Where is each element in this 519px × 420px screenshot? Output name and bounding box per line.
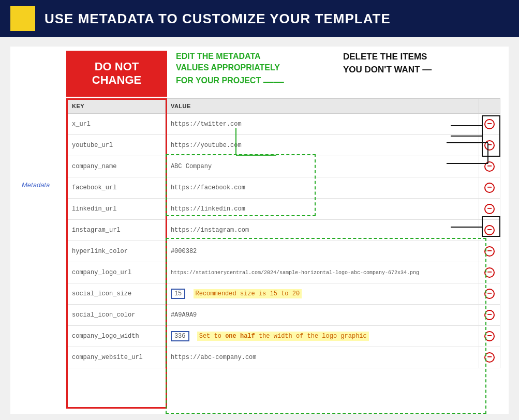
- key-cell: company_name: [67, 156, 166, 177]
- table-row: youtube_url https://youtube.com −: [67, 135, 500, 156]
- key-cell: hyperlink_color: [67, 241, 166, 262]
- table-row: instagram_url https://instagram.com −: [67, 220, 500, 241]
- header-square: [10, 6, 35, 31]
- delete-icon[interactable]: −: [484, 289, 495, 299]
- logo-width-text: Set to one half the width of the logo gr…: [197, 332, 369, 341]
- delete-cell[interactable]: −: [479, 305, 500, 326]
- table-row: company_name ABC Company −: [67, 156, 500, 177]
- delete-annotation: DELETE THE ITEMSYOU DON'T WANT —: [343, 51, 436, 76]
- key-cell: x_url: [67, 114, 166, 135]
- delete-icon[interactable]: −: [484, 331, 495, 341]
- value-cell: 15 Recommended size is 15 to 20: [165, 283, 479, 305]
- delete-cell[interactable]: −: [479, 241, 500, 262]
- table-row: company_logo_width 336 Set to one half t…: [67, 326, 500, 347]
- delete-icon[interactable]: −: [484, 183, 495, 193]
- value-cell: https://linkedin.com: [165, 199, 479, 220]
- delete-cell[interactable]: −: [479, 220, 500, 241]
- edit-annotation: EDIT THE METADATA VALUES APPROPRIATELYFO…: [176, 51, 321, 88]
- delete-icon[interactable]: −: [484, 267, 495, 278]
- value-cell: #000382: [165, 241, 479, 262]
- table-row: social_icon_color #A9A9A9 −: [67, 305, 500, 326]
- key-cell: company_logo_url: [67, 262, 166, 283]
- table-row: social_icon_size 15 Recommended size is …: [67, 283, 500, 305]
- key-cell: social_icon_size: [67, 283, 166, 305]
- value-cell: https://facebook.com: [165, 177, 479, 199]
- value-cell: https://youtube.com: [165, 135, 479, 156]
- logo-width-box: 336: [171, 331, 189, 341]
- delete-icon[interactable]: −: [484, 119, 495, 129]
- delete-cell[interactable]: −: [479, 156, 500, 177]
- do-not-change-label: DO NOTCHANGE: [66, 51, 167, 97]
- value-cell: https://stationerycentral.com/2024/sampl…: [165, 262, 479, 283]
- table-row: facebook_url https://facebook.com −: [67, 177, 500, 199]
- delete-icon[interactable]: −: [484, 225, 495, 235]
- key-cell: instagram_url: [67, 220, 166, 241]
- delete-cell[interactable]: −: [479, 326, 500, 347]
- delete-icon[interactable]: −: [484, 246, 495, 257]
- table-row: linkedin_url https://linkedin.com −: [67, 199, 500, 220]
- delete-cell[interactable]: −: [479, 199, 500, 220]
- delete-cell[interactable]: −: [479, 283, 500, 305]
- size-value-box: 15: [171, 289, 185, 299]
- table-wrapper: KEY VALUE x_url https://twitter.com − yo…: [66, 98, 500, 409]
- delete-cell[interactable]: −: [479, 177, 500, 199]
- delete-word: DELETE: [343, 52, 378, 62]
- delete-icon[interactable]: −: [484, 161, 495, 172]
- header: USE METADATA TO CUSTOMIZE YOUR TEMPLATE: [0, 0, 519, 37]
- value-cell: #A9A9A9: [165, 305, 479, 326]
- edit-line2: VALUES: [176, 63, 209, 72]
- key-cell: company_website_url: [67, 347, 166, 368]
- col-key-header: KEY: [67, 99, 166, 114]
- value-cell: 336 Set to one half the width of the log…: [165, 326, 479, 347]
- value-cell: ABC Company: [165, 156, 479, 177]
- value-cell: https://abc-company.com: [165, 347, 479, 368]
- value-cell: https://instagram.com: [165, 220, 479, 241]
- key-cell: facebook_url: [67, 177, 166, 199]
- delete-icon[interactable]: −: [484, 352, 495, 363]
- col-value-header: VALUE: [165, 99, 479, 114]
- key-cell: linkedin_url: [67, 199, 166, 220]
- delete-cell[interactable]: −: [479, 135, 500, 156]
- edit-line1: EDIT THE METADATA: [176, 52, 261, 61]
- table-row: company_logo_url https://stationerycentr…: [67, 262, 500, 283]
- table-row: company_website_url https://abc-company.…: [67, 347, 500, 368]
- size-recommendation: Recommended size is 15 to 20: [194, 289, 302, 298]
- delete-cell[interactable]: −: [479, 262, 500, 283]
- table-row: hyperlink_color #000382 −: [67, 241, 500, 262]
- header-title: USE METADATA TO CUSTOMIZE YOUR TEMPLATE: [45, 11, 391, 27]
- metadata-sidebar-label: Metadata: [22, 181, 50, 189]
- key-cell: company_logo_width: [67, 326, 166, 347]
- delete-cell[interactable]: −: [479, 114, 500, 135]
- delete-icon[interactable]: −: [484, 204, 495, 214]
- key-cell: youtube_url: [67, 135, 166, 156]
- main-content: Metadata DO NOTCHANGE EDIT THE METADATA …: [10, 47, 509, 414]
- delete-icon[interactable]: −: [484, 310, 495, 320]
- value-cell: https://twitter.com: [165, 114, 479, 135]
- key-cell: social_icon_color: [67, 305, 166, 326]
- metadata-table: KEY VALUE x_url https://twitter.com − yo…: [66, 98, 500, 368]
- col-delete-header: [479, 99, 500, 114]
- table-row: x_url https://twitter.com −: [67, 114, 500, 135]
- delete-cell[interactable]: −: [479, 347, 500, 368]
- delete-icon[interactable]: −: [484, 140, 495, 151]
